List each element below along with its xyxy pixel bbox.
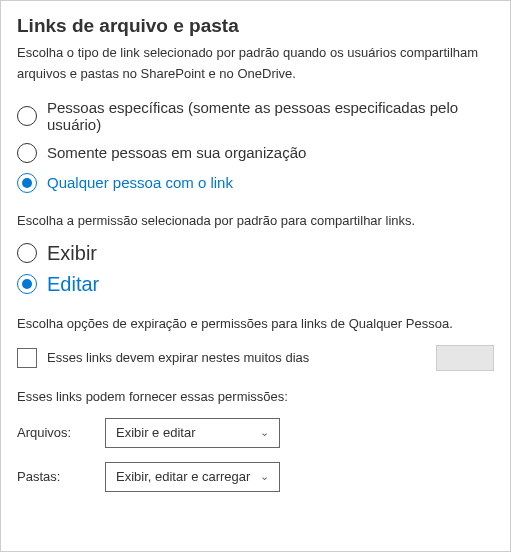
chevron-down-icon: ⌄ <box>260 426 269 439</box>
radio-specific-people[interactable]: Pessoas específicas (somente as pessoas … <box>17 99 494 133</box>
expiration-checkbox[interactable] <box>17 348 37 368</box>
expiration-prompt: Escolha opções de expiração e permissões… <box>17 316 494 331</box>
radio-circle-icon <box>17 173 37 193</box>
folders-dropdown-value: Exibir, editar e carregar <box>116 469 250 484</box>
radio-label: Editar <box>47 273 99 296</box>
radio-edit[interactable]: Editar <box>17 273 494 296</box>
files-dropdown-value: Exibir e editar <box>116 425 195 440</box>
radio-anyone-with-link[interactable]: Qualquer pessoa com o link <box>17 173 494 193</box>
radio-label: Exibir <box>47 242 97 265</box>
folders-dropdown[interactable]: Exibir, editar e carregar ⌄ <box>105 462 280 492</box>
expiration-days-input[interactable] <box>436 345 494 371</box>
radio-circle-icon <box>17 243 37 263</box>
radio-circle-icon <box>17 143 37 163</box>
radio-dot-icon <box>22 279 32 289</box>
radio-circle-icon <box>17 106 37 126</box>
expiration-checkbox-row: Esses links devem expirar nestes muitos … <box>17 345 494 371</box>
radio-label: Somente pessoas em sua organização <box>47 144 306 161</box>
radio-dot-icon <box>22 178 32 188</box>
section-description: Escolha o tipo de link selecionado por p… <box>17 43 494 85</box>
radio-circle-icon <box>17 274 37 294</box>
files-dropdown-row: Arquivos: Exibir e editar ⌄ <box>17 418 494 448</box>
folders-dropdown-row: Pastas: Exibir, editar e carregar ⌄ <box>17 462 494 492</box>
expiration-checkbox-label: Esses links devem expirar nestes muitos … <box>47 350 406 365</box>
radio-view[interactable]: Exibir <box>17 242 494 265</box>
permissions-header: Esses links podem fornecer essas permiss… <box>17 389 494 404</box>
folders-label: Pastas: <box>17 469 105 484</box>
radio-org-only[interactable]: Somente pessoas em sua organização <box>17 143 494 163</box>
permission-prompt: Escolha a permissão selecionada por padr… <box>17 213 494 228</box>
link-type-radio-group: Pessoas específicas (somente as pessoas … <box>17 99 494 193</box>
section-heading: Links de arquivo e pasta <box>17 15 494 37</box>
files-label: Arquivos: <box>17 425 105 440</box>
chevron-down-icon: ⌄ <box>260 470 269 483</box>
files-dropdown[interactable]: Exibir e editar ⌄ <box>105 418 280 448</box>
radio-label: Pessoas específicas (somente as pessoas … <box>47 99 494 133</box>
radio-label: Qualquer pessoa com o link <box>47 174 233 191</box>
permission-radio-group: Exibir Editar <box>17 242 494 296</box>
